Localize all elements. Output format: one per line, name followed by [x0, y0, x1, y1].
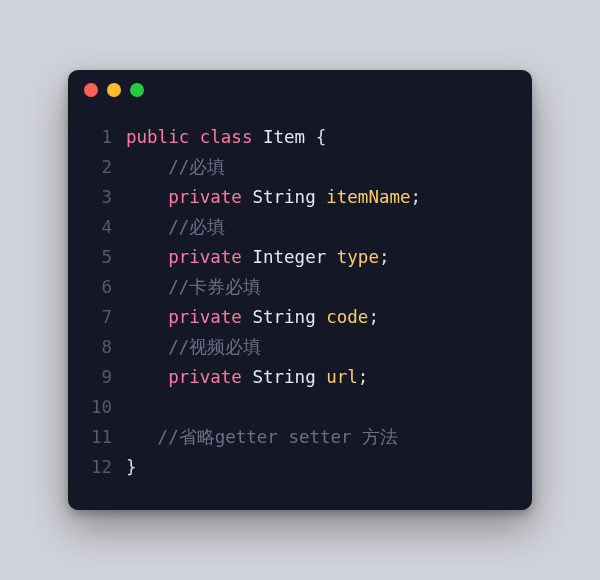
code-area: 1public class Item {2 //必填3 private Stri…: [68, 110, 532, 510]
token-plain: [242, 307, 253, 327]
line-content: //卡券必填: [126, 272, 261, 302]
token-punct: {: [316, 127, 327, 147]
code-line: 10: [82, 392, 512, 422]
code-line: 8 //视频必填: [82, 332, 512, 362]
token-kw: private: [168, 367, 242, 387]
token-punct: ;: [379, 247, 390, 267]
close-icon[interactable]: [84, 83, 98, 97]
token-plain: [252, 127, 263, 147]
token-comment: //卡券必填: [168, 277, 261, 297]
code-line: 5 private Integer type;: [82, 242, 512, 272]
line-number: 4: [82, 212, 126, 242]
line-content: //必填: [126, 152, 225, 182]
token-plain: [316, 307, 327, 327]
line-content: public class Item {: [126, 122, 326, 152]
token-plain: [316, 187, 327, 207]
code-line: 2 //必填: [82, 152, 512, 182]
line-content: private String itemName;: [126, 182, 421, 212]
code-window: 1public class Item {2 //必填3 private Stri…: [68, 70, 532, 510]
indent: [126, 187, 168, 207]
line-content: private Integer type;: [126, 242, 389, 272]
indent: [126, 427, 158, 447]
indent: [126, 337, 168, 357]
indent: [126, 367, 168, 387]
line-content: //必填: [126, 212, 225, 242]
line-number: 11: [82, 422, 126, 452]
token-punct: ;: [368, 307, 379, 327]
token-kw: private: [168, 187, 242, 207]
code-line: 7 private String code;: [82, 302, 512, 332]
line-number: 3: [82, 182, 126, 212]
line-number: 2: [82, 152, 126, 182]
line-content: //省略getter setter 方法: [126, 422, 398, 452]
code-line: 12}: [82, 452, 512, 482]
token-plain: [305, 127, 316, 147]
token-punct: }: [126, 457, 137, 477]
indent: [126, 307, 168, 327]
line-number: 1: [82, 122, 126, 152]
line-number: 8: [82, 332, 126, 362]
zoom-icon[interactable]: [130, 83, 144, 97]
code-line: 11 //省略getter setter 方法: [82, 422, 512, 452]
code-line: 1public class Item {: [82, 122, 512, 152]
token-comment: //必填: [168, 157, 225, 177]
code-line: 3 private String itemName;: [82, 182, 512, 212]
line-content: private String code;: [126, 302, 379, 332]
token-type: Integer: [252, 247, 326, 267]
line-number: 7: [82, 302, 126, 332]
token-comment: //必填: [168, 217, 225, 237]
token-ident: type: [337, 247, 379, 267]
code-line: 4 //必填: [82, 212, 512, 242]
token-plain: [189, 127, 200, 147]
token-type: String: [252, 307, 315, 327]
token-type: String: [252, 367, 315, 387]
token-kw: public: [126, 127, 189, 147]
token-ident: itemName: [326, 187, 410, 207]
token-kw: private: [168, 247, 242, 267]
line-number: 5: [82, 242, 126, 272]
token-type: String: [252, 187, 315, 207]
token-comment: //省略getter setter 方法: [158, 427, 399, 447]
token-plain: [242, 247, 253, 267]
indent: [126, 217, 168, 237]
token-plain: [316, 367, 327, 387]
line-number: 6: [82, 272, 126, 302]
line-content: private String url;: [126, 362, 368, 392]
page-stage: 1public class Item {2 //必填3 private Stri…: [0, 0, 600, 580]
line-number: 12: [82, 452, 126, 482]
token-plain: [242, 367, 253, 387]
token-punct: ;: [411, 187, 422, 207]
indent: [126, 157, 168, 177]
window-titlebar: [68, 70, 532, 110]
indent: [126, 247, 168, 267]
token-plain: [242, 187, 253, 207]
token-plain: [326, 247, 337, 267]
line-number: 10: [82, 392, 126, 422]
code-line: 6 //卡券必填: [82, 272, 512, 302]
indent: [126, 277, 168, 297]
minimize-icon[interactable]: [107, 83, 121, 97]
line-content: }: [126, 452, 137, 482]
token-comment: //视频必填: [168, 337, 261, 357]
code-line: 9 private String url;: [82, 362, 512, 392]
token-ident: code: [326, 307, 368, 327]
line-content: //视频必填: [126, 332, 261, 362]
line-number: 9: [82, 362, 126, 392]
token-kw: private: [168, 307, 242, 327]
token-punct: ;: [358, 367, 369, 387]
token-type: Item: [263, 127, 305, 147]
token-kw: class: [200, 127, 253, 147]
token-ident: url: [326, 367, 358, 387]
